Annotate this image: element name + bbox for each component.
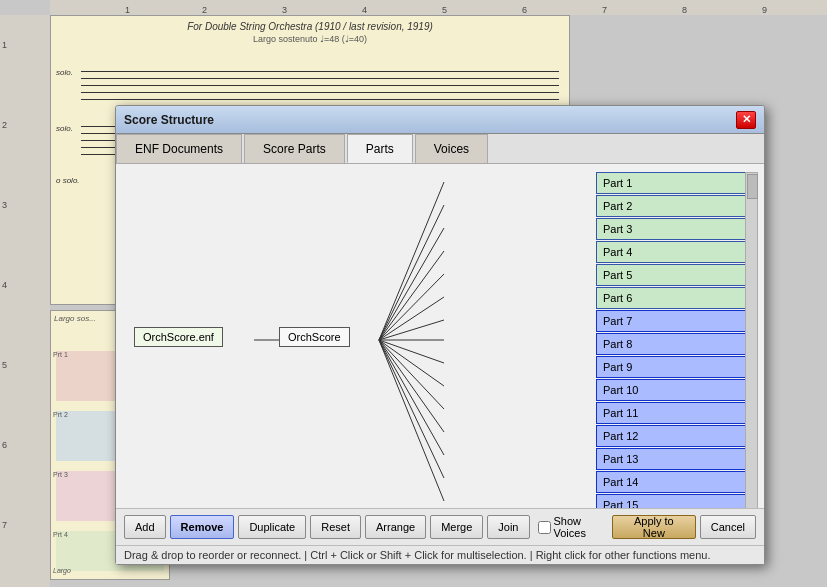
apply-to-new-button[interactable]: Apply to New (612, 515, 696, 539)
show-voices-text: Show Voices (554, 515, 608, 539)
part-item-11[interactable]: Part 11 (596, 402, 756, 424)
svg-line-11 (379, 340, 444, 409)
ruler-mark-5: 5 (442, 5, 447, 15)
svg-line-9 (379, 340, 444, 363)
part-item-13[interactable]: Part 13 (596, 448, 756, 470)
prt3-label: Prt 3 (53, 471, 68, 478)
svg-line-14 (379, 340, 444, 478)
svg-line-6 (379, 297, 444, 340)
prt4-label: Prt 4 (53, 531, 68, 538)
ruler-v-mark-1: 1 (2, 40, 7, 50)
ruler-v-mark-4: 4 (2, 280, 7, 290)
part-item-8[interactable]: Part 8 (596, 333, 756, 355)
duplicate-button[interactable]: Duplicate (238, 515, 306, 539)
sheet-title: For Double String Orchestra (1910 / last… (51, 16, 569, 32)
ruler-mark-1: 1 (125, 5, 130, 15)
staff-lines-1 (81, 71, 559, 106)
merge-button[interactable]: Merge (430, 515, 483, 539)
part-item-10[interactable]: Part 10 (596, 379, 756, 401)
scrollbar-thumb[interactable] (747, 174, 758, 199)
solo-text-2: solo. (56, 124, 73, 133)
ruler-mark-2: 2 (202, 5, 207, 15)
remove-button[interactable]: Remove (170, 515, 235, 539)
add-button[interactable]: Add (124, 515, 166, 539)
part-item-14[interactable]: Part 14 (596, 471, 756, 493)
svg-line-7 (379, 320, 444, 340)
sheet-subtitle: Largo sostenuto ♩=48 (♩=40) (51, 32, 569, 44)
part-item-7[interactable]: Part 7 (596, 310, 756, 332)
show-voices-checkbox[interactable] (538, 521, 551, 534)
prt1-label: Prt 1 (53, 351, 68, 358)
button-bar: Add Remove Duplicate Reset Arrange Merge… (116, 508, 764, 545)
ruler-vertical: 1 2 3 4 5 6 7 (0, 15, 50, 587)
part-item-1[interactable]: Part 1 (596, 172, 756, 194)
solo-text-1: solo. (56, 68, 73, 77)
ruler-v-mark-2: 2 (2, 120, 7, 130)
svg-line-12 (379, 340, 444, 432)
ruler-mark-3: 3 (282, 5, 287, 15)
ruler-mark-8: 8 (682, 5, 687, 15)
largo-label: Largo (53, 567, 71, 574)
tab-bar: ENF Documents Score Parts Parts Voices (116, 134, 764, 164)
diagram-area: OrchScore.enf OrchScore Part 1 Part 2 Pa… (124, 172, 756, 508)
svg-line-5 (379, 274, 444, 340)
svg-line-15 (379, 340, 444, 501)
close-button[interactable]: ✕ (736, 111, 756, 129)
show-voices-label: Show Voices (538, 515, 608, 539)
reset-button[interactable]: Reset (310, 515, 361, 539)
svg-line-1 (379, 182, 444, 340)
score-node[interactable]: OrchScore (279, 327, 350, 347)
part-item-6[interactable]: Part 6 (596, 287, 756, 309)
score-structure-dialog: Score Structure ✕ ENF Documents Score Pa… (115, 105, 765, 565)
tab-score-parts[interactable]: Score Parts (244, 134, 345, 163)
tab-parts[interactable]: Parts (347, 134, 413, 163)
main-area: OrchScore.enf OrchScore Part 1 Part 2 Pa… (116, 164, 764, 508)
scrollbar[interactable] (745, 172, 758, 508)
svg-line-2 (379, 205, 444, 340)
tab-voices[interactable]: Voices (415, 134, 488, 163)
prt2-label: Prt 2 (53, 411, 68, 418)
status-bar: Drag & drop to reorder or reconnect. | C… (116, 545, 764, 564)
ruler-v-mark-5: 5 (2, 360, 7, 370)
ruler-mark-6: 6 (522, 5, 527, 15)
part-item-4[interactable]: Part 4 (596, 241, 756, 263)
svg-line-3 (379, 228, 444, 340)
dialog-title: Score Structure (124, 113, 214, 127)
ruler-mark-7: 7 (602, 5, 607, 15)
join-button[interactable]: Join (487, 515, 529, 539)
ruler-v-mark-6: 6 (2, 440, 7, 450)
ruler-v-mark-7: 7 (2, 520, 7, 530)
solo-text-3: o solo. (56, 176, 80, 185)
cancel-button[interactable]: Cancel (700, 515, 756, 539)
svg-line-4 (379, 251, 444, 340)
tab-enf-documents[interactable]: ENF Documents (116, 134, 242, 163)
ruler-v-mark-3: 3 (2, 200, 7, 210)
ruler-horizontal: 1 2 3 4 5 6 7 8 9 10 (50, 0, 827, 15)
part-item-9[interactable]: Part 9 (596, 356, 756, 378)
ruler-mark-4: 4 (362, 5, 367, 15)
part-item-15[interactable]: Part 15 (596, 494, 756, 508)
arrange-button[interactable]: Arrange (365, 515, 426, 539)
part-item-3[interactable]: Part 3 (596, 218, 756, 240)
svg-line-13 (379, 340, 444, 455)
parts-list: Part 1 Part 2 Part 3 Part 4 Part 5 Part … (596, 172, 756, 508)
part-item-2[interactable]: Part 2 (596, 195, 756, 217)
dialog-titlebar: Score Structure ✕ (116, 106, 764, 134)
part-item-5[interactable]: Part 5 (596, 264, 756, 286)
part-item-12[interactable]: Part 12 (596, 425, 756, 447)
ruler-mark-9: 9 (762, 5, 767, 15)
enf-node[interactable]: OrchScore.enf (134, 327, 223, 347)
svg-line-10 (379, 340, 444, 386)
